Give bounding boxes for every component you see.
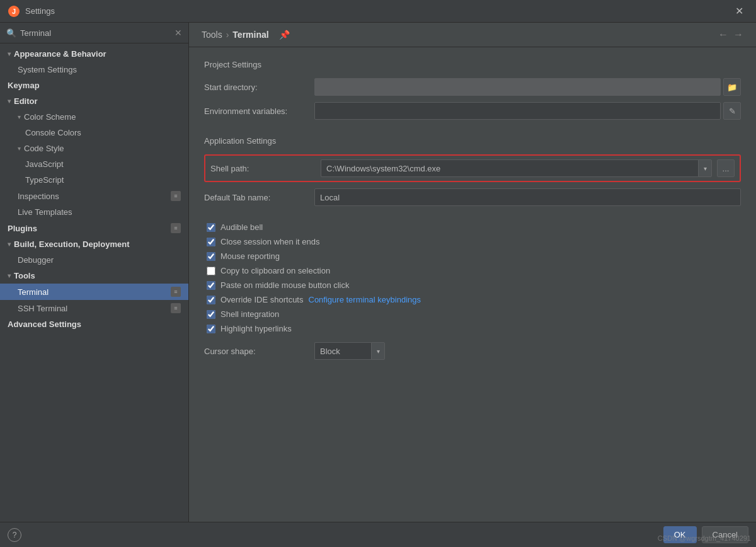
checkbox-highlight-hyperlinks: Highlight hyperlinks: [204, 324, 741, 333]
svg-text:J: J: [12, 8, 16, 15]
default-tab-input[interactable]: [314, 188, 741, 206]
env-variables-label: Environment variables:: [204, 107, 314, 116]
cursor-shape-row: Cursor shape: ▾: [204, 342, 741, 360]
highlight-hyperlinks-checkbox[interactable]: [207, 325, 215, 333]
configure-keybindings-link[interactable]: Configure terminal keybindings: [309, 295, 421, 304]
env-variables-controls: ✎: [314, 102, 741, 120]
sidebar-item-editor[interactable]: ▾ Editor: [0, 93, 188, 109]
app-icon: J: [8, 5, 20, 18]
sidebar-item-label: System Settings: [18, 65, 77, 74]
sidebar-item-label: Build, Execution, Deployment: [14, 239, 129, 249]
checkbox-mouse-reporting: Mouse reporting: [204, 251, 741, 261]
sidebar-item-build[interactable]: ▾ Build, Execution, Deployment: [0, 236, 188, 252]
override-ide-checkbox[interactable]: [207, 296, 215, 304]
checkbox-paste-middle: Paste on middle mouse button click: [204, 280, 741, 290]
inspections-indicator: ≡: [171, 191, 181, 201]
breadcrumb-current: Terminal: [232, 30, 268, 40]
sidebar-item-label: Inspections: [18, 192, 59, 201]
checkbox-copy-clipboard: Copy to clipboard on selection: [204, 266, 741, 275]
start-directory-input[interactable]: [314, 78, 721, 96]
sidebar-item-inspections[interactable]: Inspections ≡: [0, 188, 188, 204]
env-variables-row: Environment variables: ✎: [204, 102, 741, 120]
search-icon: 🔍: [6, 28, 16, 38]
sidebar-tree: ▾ Appearance & Behavior System Settings …: [0, 43, 188, 522]
sidebar-item-keymap[interactable]: Keymap: [0, 78, 188, 93]
shell-path-dropdown-wrapper: ▾: [321, 159, 712, 177]
env-variables-input[interactable]: [314, 102, 721, 120]
forward-button[interactable]: →: [733, 29, 743, 40]
sidebar-item-console-colors[interactable]: Console Colors: [0, 125, 188, 141]
chevron-down-icon: ▾: [18, 113, 21, 120]
cursor-shape-input[interactable]: [314, 342, 371, 360]
back-button[interactable]: ←: [718, 29, 728, 40]
sidebar-item-label: SSH Terminal: [18, 304, 67, 313]
app-settings-heading: Application Settings: [204, 136, 741, 146]
breadcrumb-separator: ›: [226, 30, 229, 40]
content-area: Tools › Terminal 📌 ← → Project Settings …: [189, 23, 756, 522]
sidebar-item-javascript[interactable]: JavaScript: [0, 156, 188, 172]
close-session-label: Close session when it ends: [220, 237, 320, 246]
sidebar-item-system-settings[interactable]: System Settings: [0, 62, 188, 78]
cursor-shape-dropdown-button[interactable]: ▾: [371, 342, 385, 360]
shell-integration-label: Shell integration: [220, 309, 279, 319]
env-variables-browse-button[interactable]: ✎: [723, 102, 741, 120]
sidebar-item-label: Appearance & Behavior: [14, 49, 106, 59]
sidebar-item-typescript[interactable]: TypeScript: [0, 172, 188, 188]
project-settings-heading: Project Settings: [204, 60, 741, 69]
copy-clipboard-checkbox[interactable]: [207, 267, 215, 275]
watermark: CSDN @wgrsdgtm_41740291: [658, 534, 751, 542]
sidebar-item-label: JavaScript: [25, 159, 64, 169]
search-box: 🔍 ✕: [0, 23, 188, 43]
sidebar-item-terminal[interactable]: Terminal ≡: [0, 284, 188, 300]
default-tab-label: Default Tab name:: [204, 193, 314, 202]
sidebar-item-label: Plugins: [8, 224, 37, 233]
copy-clipboard-label: Copy to clipboard on selection: [220, 266, 330, 275]
paste-middle-checkbox[interactable]: [207, 281, 215, 290]
sidebar-item-label: Console Colors: [25, 128, 81, 137]
sidebar-item-plugins[interactable]: Plugins ≡: [0, 220, 188, 236]
chevron-down-icon: ▾: [18, 145, 21, 152]
mouse-reporting-checkbox[interactable]: [207, 252, 215, 261]
sidebar-item-debugger[interactable]: Debugger: [0, 252, 188, 268]
chevron-down-icon: ▾: [8, 272, 11, 279]
checkbox-close-session: Close session when it ends: [204, 237, 741, 246]
default-tab-row: Default Tab name:: [204, 188, 741, 206]
close-session-checkbox[interactable]: [207, 238, 215, 246]
sidebar-item-appearance[interactable]: ▾ Appearance & Behavior: [0, 46, 188, 62]
plugins-indicator: ≡: [171, 223, 181, 233]
edit-icon: ✎: [729, 107, 736, 116]
sidebar-item-live-templates[interactable]: Live Templates: [0, 204, 188, 220]
audible-bell-checkbox[interactable]: [207, 223, 215, 232]
sidebar-item-label: Live Templates: [18, 207, 72, 217]
highlight-hyperlinks-label: Highlight hyperlinks: [220, 324, 292, 333]
help-button[interactable]: ?: [8, 528, 21, 542]
header-navigation: ← →: [718, 29, 743, 40]
search-input[interactable]: [20, 28, 175, 38]
breadcrumb-root: Tools: [202, 30, 222, 40]
shell-path-input[interactable]: [321, 159, 698, 177]
sidebar-item-color-scheme[interactable]: ▾ Color Scheme: [0, 109, 188, 125]
pin-icon[interactable]: 📌: [279, 30, 290, 40]
sidebar-item-label: Code Style: [24, 144, 64, 153]
sidebar-item-code-style[interactable]: ▾ Code Style: [0, 141, 188, 156]
sidebar-item-tools[interactable]: ▾ Tools: [0, 268, 188, 284]
sidebar: 🔍 ✕ ▾ Appearance & Behavior System Setti…: [0, 23, 189, 522]
sidebar-item-label: Tools: [14, 271, 35, 280]
shell-path-dropdown-button[interactable]: ▾: [698, 159, 712, 177]
shell-path-highlighted-row: Shell path: ▾ ...: [204, 154, 741, 182]
start-directory-browse-button[interactable]: 📁: [723, 78, 741, 96]
sidebar-item-advanced-settings[interactable]: Advanced Settings: [0, 316, 188, 332]
shell-path-browse-button[interactable]: ...: [717, 159, 735, 177]
search-clear-button[interactable]: ✕: [175, 28, 182, 38]
shell-integration-checkbox[interactable]: [207, 310, 215, 319]
terminal-indicator: ≡: [171, 287, 181, 297]
shell-path-controls: ▾ ...: [321, 159, 735, 177]
breadcrumb: Tools › Terminal 📌: [202, 30, 290, 40]
close-button[interactable]: ✕: [730, 3, 748, 20]
checkbox-shell-integration: Shell integration: [204, 309, 741, 319]
title-bar: J Settings ✕: [0, 0, 756, 23]
start-directory-controls: 📁: [314, 78, 741, 96]
sidebar-item-ssh-terminal[interactable]: SSH Terminal ≡: [0, 300, 188, 316]
cursor-shape-label: Cursor shape:: [204, 347, 314, 356]
mouse-reporting-label: Mouse reporting: [220, 251, 280, 261]
